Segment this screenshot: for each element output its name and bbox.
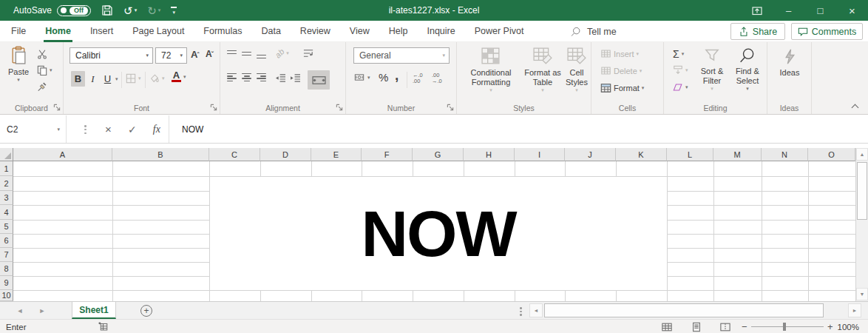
autosave-toggle[interactable]: AutoSave Off	[13, 5, 91, 16]
zoom-slider-thumb[interactable]	[783, 323, 786, 331]
zoom-out-button[interactable]: −	[742, 320, 747, 333]
clipboard-dialog-launcher[interactable]	[53, 103, 61, 111]
zoom-level[interactable]: 100%	[838, 320, 859, 333]
column-header-O[interactable]: O	[808, 148, 855, 161]
font-dialog-launcher[interactable]	[210, 103, 218, 111]
font-color-dropdown[interactable]: ▾	[183, 74, 186, 80]
accounting-format-button[interactable]: ▾	[353, 73, 370, 82]
copy-dropdown[interactable]: ▾	[50, 67, 52, 73]
delete-cells-button[interactable]: Delete ▾	[600, 66, 642, 75]
column-header-L[interactable]: L	[667, 148, 713, 161]
decrease-indent-button[interactable]	[275, 73, 286, 83]
previous-sheet-button[interactable]: ◄	[10, 302, 30, 320]
shrink-font-button[interactable]: Aˇ	[206, 49, 214, 59]
sheet-area[interactable]: ▲ ▼ ABCDEFGHIJKLMNO12345678910NOW	[0, 144, 868, 301]
paste-dropdown[interactable]: ▾	[17, 77, 20, 83]
ribbon-display-options-button[interactable]	[741, 0, 773, 21]
clear-dropdown[interactable]: ▾	[685, 84, 688, 90]
column-header-H[interactable]: H	[464, 148, 515, 161]
scroll-right-button[interactable]: ►	[848, 303, 861, 317]
column-header-N[interactable]: N	[762, 148, 808, 161]
tab-inquire[interactable]: Inquire	[417, 21, 464, 42]
save-button[interactable]	[101, 4, 113, 16]
fill-color-button[interactable]: ▾	[149, 73, 165, 84]
normal-view-button[interactable]	[660, 321, 674, 332]
bold-button[interactable]: B	[71, 71, 85, 87]
tab-formulas[interactable]: Formulas	[194, 21, 251, 42]
tab-insert[interactable]: Insert	[81, 21, 123, 42]
row-header-10[interactable]: 10	[0, 290, 13, 301]
vertical-scroll-thumb[interactable]	[857, 162, 867, 220]
number-format-combo[interactable]: General ▾	[353, 47, 450, 64]
row-header-4[interactable]: 4	[0, 205, 13, 220]
comments-button[interactable]: Comments	[791, 23, 863, 40]
middle-align-button[interactable]	[242, 50, 251, 58]
increase-decimal-button[interactable]: ←.0.00	[413, 73, 423, 84]
zoom-slider-track[interactable]	[751, 326, 824, 327]
tab-bar-splitter[interactable]	[520, 306, 522, 317]
cancel-button[interactable]: ×	[105, 123, 112, 135]
horizontal-scrollbar[interactable]: ◄ ►	[529, 303, 862, 317]
percent-style-button[interactable]: %	[379, 71, 388, 84]
formula-input[interactable]: NOW	[182, 115, 203, 143]
row-header-6[interactable]: 6	[0, 234, 13, 248]
borders-button[interactable]: ▾	[126, 73, 141, 84]
merged-cell-C2[interactable]: NOW	[210, 177, 667, 290]
orientation-button[interactable]: ab▾	[275, 49, 289, 58]
sort-filter-button[interactable]: Sort & Filter ▾	[695, 47, 729, 92]
undo-button[interactable]: ↺▾	[123, 5, 137, 16]
maximize-button[interactable]: □	[804, 0, 836, 21]
wrap-text-button[interactable]	[303, 48, 314, 58]
next-sheet-button[interactable]: ►	[33, 302, 52, 320]
column-header-A[interactable]: A	[13, 148, 112, 161]
row-header-1[interactable]: 1	[0, 161, 13, 176]
row-header-7[interactable]: 7	[0, 248, 13, 262]
horizontal-scroll-thumb[interactable]	[544, 303, 824, 317]
copy-button[interactable]: ▾	[37, 65, 52, 75]
name-box-dropdown[interactable]: ▾	[57, 127, 60, 132]
format-painter-button[interactable]	[37, 81, 47, 92]
align-left-button[interactable]	[227, 73, 237, 81]
align-right-button[interactable]	[257, 73, 266, 81]
autosum-dropdown[interactable]: ▾	[682, 51, 685, 57]
row-header-8[interactable]: 8	[0, 262, 13, 276]
collapse-ribbon-button[interactable]	[850, 103, 859, 112]
share-button[interactable]: Share	[730, 23, 785, 40]
column-header-F[interactable]: F	[362, 148, 413, 161]
column-header-M[interactable]: M	[713, 148, 762, 161]
row-header-3[interactable]: 3	[0, 191, 13, 205]
column-header-D[interactable]: D	[260, 148, 311, 161]
underline-button[interactable]: U	[101, 71, 115, 87]
tab-home[interactable]: Home	[35, 21, 81, 42]
insert-function-button[interactable]: fx	[153, 124, 160, 135]
merge-center-button[interactable]	[308, 70, 330, 90]
page-layout-view-button[interactable]	[690, 321, 703, 332]
center-button[interactable]	[242, 73, 251, 81]
decrease-decimal-button[interactable]: .00→.0	[432, 73, 442, 84]
tab-file[interactable]: File	[1, 21, 35, 42]
find-select-button[interactable]: Find & Select ▾	[730, 47, 764, 92]
new-sheet-button[interactable]: +	[140, 305, 152, 317]
format-dropdown[interactable]: ▾	[642, 85, 645, 91]
tab-power-pivot[interactable]: Power Pivot	[465, 21, 534, 42]
column-header-G[interactable]: G	[413, 148, 464, 161]
customize-quick-access-button[interactable]: ▾	[171, 7, 177, 14]
enter-button[interactable]: ✓	[128, 124, 137, 135]
scroll-left-button[interactable]: ◄	[529, 303, 543, 317]
number-format-dropdown[interactable]: ▾	[442, 53, 445, 58]
cut-button[interactable]	[37, 49, 47, 59]
autosum-button[interactable]: Σ▾	[673, 48, 684, 60]
formula-bar-splitter[interactable]	[84, 124, 87, 135]
alignment-dialog-launcher[interactable]	[336, 103, 344, 111]
page-break-view-button[interactable]	[719, 321, 732, 332]
tell-me-box[interactable]: Tell me	[571, 21, 617, 42]
clear-button[interactable]: ▾	[673, 82, 688, 92]
column-header-E[interactable]: E	[311, 148, 362, 161]
font-name-combo[interactable]: Calibri ▾	[69, 47, 153, 64]
cell-styles-button[interactable]: Cell Styles ▾	[563, 47, 590, 93]
autosave-switch[interactable]: Off	[57, 5, 91, 16]
ideas-button[interactable]: Ideas	[773, 48, 806, 78]
insert-cells-button[interactable]: Insert ▾	[600, 49, 639, 58]
grow-font-button[interactable]: Aˆ	[191, 49, 199, 60]
fill-color-dropdown[interactable]: ▾	[162, 75, 165, 81]
